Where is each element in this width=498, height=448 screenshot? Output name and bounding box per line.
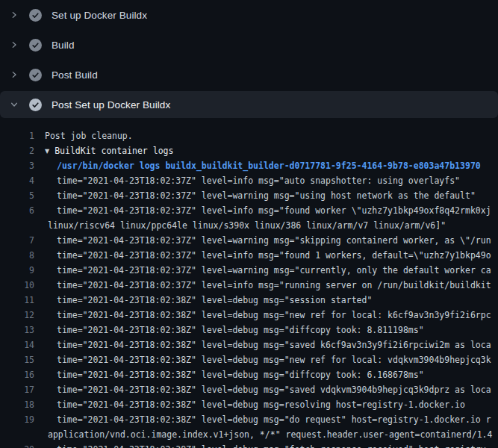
log-line-number[interactable]: 3 [0,158,34,173]
log-line: 14 time="2021-04-23T18:02:38Z" level=deb… [0,337,498,352]
log-line-text: time="2021-04-23T18:02:38Z" level=debug … [57,352,491,367]
log-group-toggle[interactable]: ▼BuildKit container logs [45,143,173,158]
log-line-number[interactable]: 20 [0,442,34,448]
log-line-number[interactable]: 10 [0,278,34,293]
log-line-number[interactable]: 8 [0,248,34,263]
step-header-set-up-docker-buildx[interactable]: Set up Docker Buildx [0,0,498,30]
log-line-number[interactable]: 13 [0,323,34,337]
step-header-post-build[interactable]: Post Build [0,60,498,90]
log-line-number[interactable]: 5 [0,188,34,203]
log-line-text: time="2021-04-23T18:02:38Z" level=debug … [57,442,491,448]
log-line-text: time="2021-04-23T18:02:38Z" level=debug … [57,293,372,308]
log-line-number[interactable]: 18 [0,397,34,412]
log-line: 13 time="2021-04-23T18:02:38Z" level=deb… [0,323,498,337]
log-line-number[interactable]: 17 [0,382,34,397]
log-line-text: linux/riscv64 linux/ppc64le linux/s390x … [48,218,446,233]
log-line: 3 /usr/bin/docker logs buildx_buildkit_b… [0,158,498,173]
log-line-number[interactable]: 16 [0,367,34,382]
log-line-number[interactable]: 7 [0,233,34,248]
check-circle-icon [29,39,42,52]
triangle-down-icon: ▼ [45,144,49,159]
log-line-text: time="2021-04-23T18:02:37Z" level=info m… [57,203,491,218]
log-line: 17 time="2021-04-23T18:02:38Z" level=deb… [0,382,498,397]
log-line: 8 time="2021-04-23T18:02:37Z" level=info… [0,248,498,263]
log-line: 2 ▼BuildKit container logs [0,143,498,158]
log-line-number [0,218,34,233]
log-line: 16 time="2021-04-23T18:02:38Z" level=deb… [0,367,498,382]
log-line: 1 Post job cleanup. [0,128,498,143]
chevron-right-icon [9,69,19,80]
log-line: 6 time="2021-04-23T18:02:37Z" level=info… [0,203,498,218]
check-circle-icon [29,99,42,111]
log-line: 5 time="2021-04-23T18:02:37Z" level=warn… [0,188,498,203]
log-line-text: time="2021-04-23T18:02:38Z" level=debug … [57,323,424,337]
log-line-text: time="2021-04-23T18:02:38Z" level=debug … [57,337,491,352]
log-line: 10 time="2021-04-23T18:02:37Z" level=inf… [0,278,498,293]
step-label: Post Build [52,69,98,81]
log-line: application/vnd.oci.image.index.v1+json,… [0,427,498,442]
log-line-number[interactable]: 19 [0,412,34,427]
log-line-text: time="2021-04-23T18:02:38Z" level=debug … [57,367,424,382]
log-line-text: time="2021-04-23T18:02:38Z" level=debug … [57,382,491,397]
log-line-text: time="2021-04-23T18:02:37Z" level=warnin… [57,188,476,203]
check-circle-icon [29,69,42,81]
step-list: Set up Docker Buildx Build P [0,0,498,118]
log-line-number[interactable]: 2 [0,143,34,158]
log-line: 9 time="2021-04-23T18:02:37Z" level=warn… [0,263,498,278]
log-line-text: time="2021-04-23T18:02:37Z" level=info m… [57,278,491,293]
step-label: Build [52,40,75,51]
log-line: 19 time="2021-04-23T18:02:38Z" level=deb… [0,412,498,427]
log-line-number[interactable]: 6 [0,203,34,218]
chevron-down-icon [9,99,19,110]
log-line: 7 time="2021-04-23T18:02:37Z" level=warn… [0,233,498,248]
step-label: Post Set up Docker Buildx [52,99,170,111]
log-line: 4 time="2021-04-23T18:02:37Z" level=info… [0,173,498,188]
step-label: Set up Docker Buildx [52,10,147,21]
log-line-text: time="2021-04-23T18:02:37Z" level=warnin… [57,263,491,278]
log-line-text: time="2021-04-23T18:02:37Z" level=info m… [57,248,491,263]
log-area: 1 Post job cleanup. 2 ▼BuildKit containe… [0,118,498,448]
log-line-text: time="2021-04-23T18:02:38Z" level=debug … [57,308,491,323]
log-line-number[interactable]: 12 [0,308,34,323]
log-line-number[interactable]: 9 [0,263,34,278]
log-line: 12 time="2021-04-23T18:02:38Z" level=deb… [0,308,498,323]
log-line-number [0,427,34,442]
log-line: linux/riscv64 linux/ppc64le linux/s390x … [0,218,498,233]
log-line: 15 time="2021-04-23T18:02:38Z" level=deb… [0,352,498,367]
log-line-text: time="2021-04-23T18:02:38Z" level=debug … [57,412,491,427]
log-line-text: Post job cleanup. [45,128,133,143]
log-line-text: time="2021-04-23T18:02:37Z" level=info m… [57,173,460,188]
log-line-text: time="2021-04-23T18:02:38Z" level=debug … [57,397,465,412]
log-line: 11 time="2021-04-23T18:02:38Z" level=deb… [0,293,498,308]
check-circle-icon [29,9,42,22]
chevron-right-icon [9,40,19,50]
log-line-number[interactable]: 11 [0,293,34,308]
chevron-right-icon [9,10,19,20]
step-header-build[interactable]: Build [0,30,498,60]
log-line-text: time="2021-04-23T18:02:37Z" level=warnin… [57,233,491,248]
log-line: 18 time="2021-04-23T18:02:38Z" level=deb… [0,397,498,412]
step-header-post-set-up-docker-buildx[interactable]: Post Set up Docker Buildx [0,91,498,118]
log-line-text: /usr/bin/docker logs buildx_buildkit_bui… [57,158,481,173]
log-line: 20 time="2021-04-23T18:02:38Z" level=deb… [0,442,498,448]
log-line-number[interactable]: 4 [0,173,34,188]
log-line-text: application/vnd.oci.image.index.v1+json,… [48,427,492,442]
log-line-number[interactable]: 15 [0,352,34,367]
log-line-number[interactable]: 1 [0,128,34,143]
log-line-number[interactable]: 14 [0,337,34,352]
